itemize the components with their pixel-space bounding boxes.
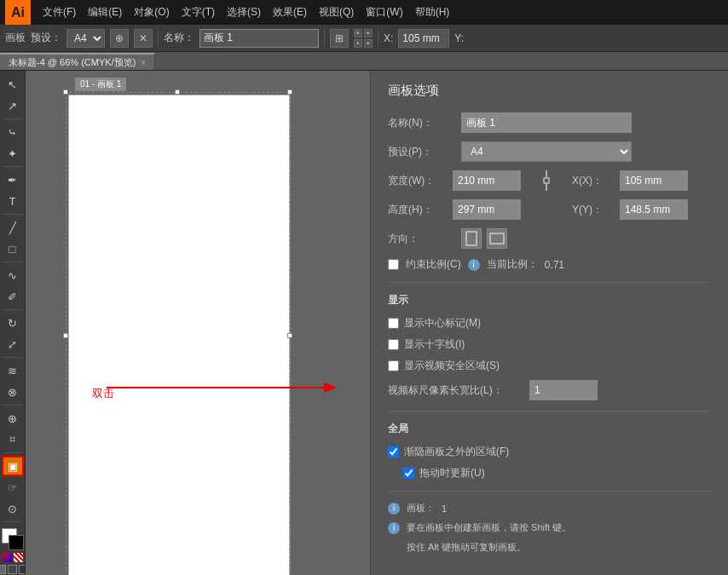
select-tool-btn[interactable]: ↖ xyxy=(2,74,24,95)
corner-handle-tr[interactable] xyxy=(287,89,292,95)
scale-tool-btn[interactable]: ⤢ xyxy=(2,334,24,354)
graph-tool-btn[interactable]: ⌗ xyxy=(2,429,24,450)
grid-btn-2[interactable]: ▪ xyxy=(364,29,373,37)
update-drag-checkbox[interactable] xyxy=(403,468,414,479)
menu-help[interactable]: 帮助(H) xyxy=(410,3,455,21)
portrait-btn[interactable] xyxy=(461,228,482,249)
fade-outside-checkbox[interactable] xyxy=(388,446,399,457)
grid-btn-1[interactable]: ▪ xyxy=(354,29,362,37)
tool-separator-4 xyxy=(3,262,22,262)
menu-select[interactable]: 选择(S) xyxy=(222,3,266,21)
menu-object[interactable]: 对象(O) xyxy=(129,3,174,21)
line-tool-btn[interactable]: ╱ xyxy=(2,217,24,238)
tool-separator-3 xyxy=(3,214,22,215)
preset-field-select[interactable]: A4 xyxy=(461,141,632,162)
x-input[interactable] xyxy=(398,29,449,48)
canvas-area[interactable]: 01 - 画板 1 双击 xyxy=(26,71,370,575)
warp-tool-btn[interactable]: ≋ xyxy=(2,360,24,381)
orientation-row: 方向： xyxy=(388,228,711,249)
corner-handle-tm[interactable] xyxy=(175,89,180,95)
main-area: ↖ ↗ ⤷ ✦ ✒ T ╱ □ ∿ ✐ ↻ ⤢ ≋ ⊗ ⊕ ⌗ ▣ ☞ ⊙ xyxy=(0,71,728,575)
magic-wand-tool-btn[interactable]: ✦ xyxy=(2,143,24,164)
artboard-label: 01 - 画板 1 xyxy=(75,78,126,91)
document-tab[interactable]: 未标题-4 @ 66% (CMYK/预览) × xyxy=(0,53,155,70)
pen-tool-btn[interactable]: ✒ xyxy=(2,170,24,190)
grid-options: ▪ ▪ ▪ ▪ xyxy=(354,29,373,48)
symbol-tool-btn[interactable]: ⊕ xyxy=(2,408,24,428)
x-col: X(X)： xyxy=(572,170,688,191)
new-artboard-btn[interactable]: ⊕ xyxy=(110,29,129,48)
width-col: 宽度(W)： xyxy=(388,170,521,191)
spacer xyxy=(538,199,555,220)
preset-row: 预设(P)： A4 xyxy=(388,141,711,162)
show-video-row: 显示视频安全区域(S) xyxy=(388,359,711,373)
color-swatches[interactable] xyxy=(2,528,24,550)
current-ratio-label: 当前比例： xyxy=(487,257,538,272)
section-sep-2 xyxy=(388,411,711,411)
direct-select-tool-btn[interactable]: ↗ xyxy=(2,95,24,116)
info-copy-tip: 按住 Alt 键拖动可复制画板。 xyxy=(388,541,711,554)
corner-handle-mr[interactable] xyxy=(287,333,292,338)
lasso-tool-btn[interactable]: ⤷ xyxy=(2,122,24,142)
x-field-input[interactable] xyxy=(620,170,688,191)
paintbrush-tool-btn[interactable]: ∿ xyxy=(2,265,24,285)
rotate-tool-btn[interactable]: ↻ xyxy=(2,313,24,333)
menu-text[interactable]: 文字(T) xyxy=(176,3,220,21)
separator xyxy=(158,30,159,47)
display-section-title: 显示 xyxy=(388,293,711,308)
screen-mode-btn[interactable] xyxy=(8,565,17,574)
height-input[interactable] xyxy=(453,199,521,220)
name-field-input[interactable] xyxy=(461,112,632,133)
app-logo: Ai xyxy=(5,0,31,25)
control-bar: 画板 预设： A4 ⊕ ✕ 名称： ⊞ ▪ ▪ ▪ ▪ X: Y: xyxy=(0,25,728,52)
blend-tool-btn[interactable]: ⊗ xyxy=(2,382,24,402)
tool-separator-6 xyxy=(3,357,22,358)
menu-window[interactable]: 窗口(W) xyxy=(361,3,407,21)
rect-tool-btn[interactable]: □ xyxy=(2,239,24,259)
title-bar: Ai 文件(F) 编辑(E) 对象(O) 文字(T) 选择(S) 效果(E) 视… xyxy=(0,0,728,25)
gradient-btn[interactable] xyxy=(3,553,12,562)
y-field-input[interactable] xyxy=(620,199,688,220)
none-btn[interactable] xyxy=(14,553,23,562)
artboard-tool-btn[interactable]: ▣ xyxy=(2,456,24,476)
artboard-name-input[interactable] xyxy=(199,29,319,48)
delete-artboard-btn[interactable]: ✕ xyxy=(134,29,153,48)
pencil-tool-btn[interactable]: ✐ xyxy=(2,286,24,307)
grid-btn-4[interactable]: ▪ xyxy=(364,39,373,48)
info-icon-constrain: i xyxy=(468,259,480,271)
x-label: X: xyxy=(384,32,393,44)
video-pixel-input[interactable] xyxy=(529,380,598,400)
arrange-btn[interactable]: ⊞ xyxy=(330,29,349,48)
normal-mode-btn[interactable] xyxy=(0,565,6,574)
grid-btn-3[interactable]: ▪ xyxy=(354,39,362,48)
menu-view[interactable]: 视图(Q) xyxy=(314,3,359,21)
preset-field-label: 预设(P)： xyxy=(388,145,456,159)
artboard-surface[interactable] xyxy=(68,95,290,575)
constrain-checkbox[interactable] xyxy=(388,259,399,270)
tools-panel: ↖ ↗ ⤷ ✦ ✒ T ╱ □ ∿ ✐ ↻ ⤢ ≋ ⊗ ⊕ ⌗ ▣ ☞ ⊙ xyxy=(0,71,26,575)
show-video-checkbox[interactable] xyxy=(388,360,399,371)
type-tool-btn[interactable]: T xyxy=(2,191,24,211)
zoom-tool-btn[interactable]: ⊙ xyxy=(2,498,24,519)
show-center-row: 显示中心标记(M) xyxy=(388,316,711,331)
constrain-label: 约束比例(C) xyxy=(406,257,461,272)
fade-outside-label: 渐隐画板之外的区域(F) xyxy=(404,445,509,459)
menu-effect[interactable]: 效果(E) xyxy=(268,3,312,21)
corner-handle-ml[interactable] xyxy=(63,333,68,338)
menu-file[interactable]: 文件(F) xyxy=(38,3,81,21)
height-label: 高度(H)： xyxy=(388,203,448,217)
info-icon-2: i xyxy=(388,522,400,534)
tab-close-btn[interactable]: × xyxy=(141,58,146,67)
show-video-label: 显示视频安全区域(S) xyxy=(404,359,500,373)
menu-edit[interactable]: 编辑(E) xyxy=(83,3,127,21)
show-cross-checkbox[interactable] xyxy=(388,339,399,350)
tab-label: 未标题-4 @ 66% (CMYK/预览) xyxy=(9,56,136,69)
width-input[interactable] xyxy=(453,170,521,191)
hand-tool-btn[interactable]: ☞ xyxy=(2,477,24,497)
info-icon-1: i xyxy=(388,503,400,515)
show-center-checkbox[interactable] xyxy=(388,318,399,329)
landscape-btn[interactable] xyxy=(487,228,507,249)
corner-handle-tl[interactable] xyxy=(63,89,68,95)
preset-select[interactable]: A4 xyxy=(66,29,105,48)
full-mode-btn[interactable] xyxy=(19,565,26,574)
